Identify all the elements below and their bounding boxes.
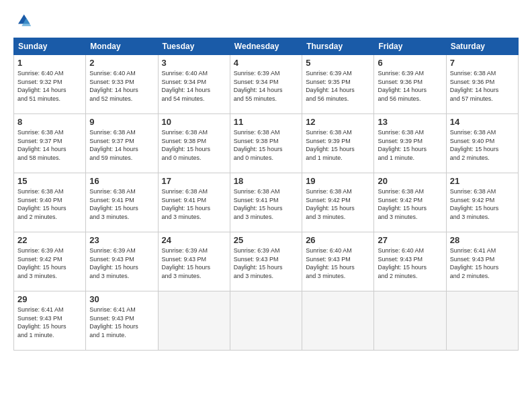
day-number: 30 [89, 294, 154, 304]
calendar-cell: 26Sunrise: 6:40 AMSunset: 9:43 PMDayligh… [302, 232, 374, 291]
day-number: 26 [306, 235, 370, 245]
calendar-cell [374, 291, 446, 351]
calendar-cell: 10Sunrise: 6:38 AMSunset: 9:38 PMDayligh… [158, 114, 230, 173]
day-info: Sunrise: 6:39 AMSunset: 9:36 PMDaylight:… [378, 69, 442, 103]
day-number: 5 [306, 58, 370, 68]
page-header [13, 12, 519, 31]
logo [13, 12, 35, 31]
day-info: Sunrise: 6:38 AMSunset: 9:37 PMDaylight:… [89, 128, 154, 162]
calendar-week-0: 1Sunrise: 6:40 AMSunset: 9:32 PMDaylight… [14, 55, 519, 114]
day-number: 13 [378, 117, 442, 127]
day-number: 23 [89, 235, 154, 245]
day-number: 18 [234, 176, 298, 186]
calendar-header-row: SundayMondayTuesdayWednesdayThursdayFrid… [14, 38, 519, 55]
day-number: 9 [89, 117, 154, 127]
calendar-cell: 14Sunrise: 6:38 AMSunset: 9:40 PMDayligh… [446, 114, 518, 173]
calendar-cell: 15Sunrise: 6:38 AMSunset: 9:40 PMDayligh… [14, 173, 86, 232]
calendar-table: SundayMondayTuesdayWednesdayThursdayFrid… [13, 38, 519, 351]
day-number: 16 [89, 176, 154, 186]
day-info: Sunrise: 6:38 AMSunset: 9:42 PMDaylight:… [306, 187, 370, 221]
calendar-cell: 17Sunrise: 6:38 AMSunset: 9:41 PMDayligh… [158, 173, 230, 232]
day-info: Sunrise: 6:38 AMSunset: 9:40 PMDaylight:… [17, 187, 82, 221]
day-info: Sunrise: 6:38 AMSunset: 9:39 PMDaylight:… [306, 128, 370, 162]
day-info: Sunrise: 6:38 AMSunset: 9:41 PMDaylight:… [89, 187, 154, 221]
calendar-cell: 25Sunrise: 6:39 AMSunset: 9:43 PMDayligh… [230, 232, 302, 291]
day-number: 10 [162, 117, 226, 127]
day-info: Sunrise: 6:39 AMSunset: 9:42 PMDaylight:… [17, 246, 82, 280]
calendar-week-3: 22Sunrise: 6:39 AMSunset: 9:42 PMDayligh… [14, 232, 519, 291]
day-number: 15 [17, 176, 82, 186]
day-info: Sunrise: 6:39 AMSunset: 9:43 PMDaylight:… [234, 246, 298, 280]
calendar-cell: 21Sunrise: 6:38 AMSunset: 9:42 PMDayligh… [446, 173, 518, 232]
day-info: Sunrise: 6:41 AMSunset: 9:43 PMDaylight:… [450, 246, 515, 280]
calendar-cell: 24Sunrise: 6:39 AMSunset: 9:43 PMDayligh… [158, 232, 230, 291]
weekday-header-thursday: Thursday [302, 38, 374, 55]
day-number: 6 [378, 58, 442, 68]
weekday-header-monday: Monday [86, 38, 158, 55]
day-info: Sunrise: 6:40 AMSunset: 9:32 PMDaylight:… [17, 69, 82, 103]
day-number: 27 [378, 235, 442, 245]
day-info: Sunrise: 6:39 AMSunset: 9:43 PMDaylight:… [162, 246, 226, 280]
day-info: Sunrise: 6:40 AMSunset: 9:43 PMDaylight:… [378, 246, 442, 280]
calendar-cell: 9Sunrise: 6:38 AMSunset: 9:37 PMDaylight… [86, 114, 158, 173]
day-number: 11 [234, 117, 298, 127]
calendar-cell: 18Sunrise: 6:38 AMSunset: 9:41 PMDayligh… [230, 173, 302, 232]
day-info: Sunrise: 6:38 AMSunset: 9:42 PMDaylight:… [450, 187, 515, 221]
day-number: 17 [162, 176, 226, 186]
calendar-cell: 3Sunrise: 6:40 AMSunset: 9:34 PMDaylight… [158, 55, 230, 114]
calendar-cell: 29Sunrise: 6:41 AMSunset: 9:43 PMDayligh… [14, 291, 86, 351]
calendar-cell [446, 291, 518, 351]
calendar-cell: 20Sunrise: 6:38 AMSunset: 9:42 PMDayligh… [374, 173, 446, 232]
day-info: Sunrise: 6:38 AMSunset: 9:38 PMDaylight:… [234, 128, 298, 162]
day-number: 8 [17, 117, 82, 127]
calendar-week-2: 15Sunrise: 6:38 AMSunset: 9:40 PMDayligh… [14, 173, 519, 232]
calendar-cell: 7Sunrise: 6:38 AMSunset: 9:36 PMDaylight… [446, 55, 518, 114]
day-number: 2 [89, 58, 154, 68]
calendar-cell [230, 291, 302, 351]
day-number: 22 [17, 235, 82, 245]
day-number: 4 [234, 58, 298, 68]
day-info: Sunrise: 6:38 AMSunset: 9:40 PMDaylight:… [450, 128, 515, 162]
calendar-cell: 23Sunrise: 6:39 AMSunset: 9:43 PMDayligh… [86, 232, 158, 291]
day-number: 25 [234, 235, 298, 245]
day-info: Sunrise: 6:38 AMSunset: 9:39 PMDaylight:… [378, 128, 442, 162]
day-info: Sunrise: 6:38 AMSunset: 9:41 PMDaylight:… [162, 187, 226, 221]
calendar-week-4: 29Sunrise: 6:41 AMSunset: 9:43 PMDayligh… [14, 291, 519, 351]
day-number: 20 [378, 176, 442, 186]
logo-icon [13, 12, 32, 31]
day-info: Sunrise: 6:39 AMSunset: 9:35 PMDaylight:… [306, 69, 370, 103]
calendar-cell: 16Sunrise: 6:38 AMSunset: 9:41 PMDayligh… [86, 173, 158, 232]
weekday-header-saturday: Saturday [446, 38, 518, 55]
day-info: Sunrise: 6:39 AMSunset: 9:34 PMDaylight:… [234, 69, 298, 103]
day-info: Sunrise: 6:40 AMSunset: 9:34 PMDaylight:… [162, 69, 226, 103]
weekday-header-sunday: Sunday [14, 38, 86, 55]
calendar-cell [302, 291, 374, 351]
day-info: Sunrise: 6:38 AMSunset: 9:36 PMDaylight:… [450, 69, 515, 103]
calendar-cell: 2Sunrise: 6:40 AMSunset: 9:33 PMDaylight… [86, 55, 158, 114]
day-number: 1 [17, 58, 82, 68]
day-info: Sunrise: 6:38 AMSunset: 9:38 PMDaylight:… [162, 128, 226, 162]
day-number: 19 [306, 176, 370, 186]
day-number: 3 [162, 58, 226, 68]
day-info: Sunrise: 6:41 AMSunset: 9:43 PMDaylight:… [17, 306, 82, 339]
day-info: Sunrise: 6:38 AMSunset: 9:41 PMDaylight:… [234, 187, 298, 221]
day-number: 12 [306, 117, 370, 127]
calendar-cell: 19Sunrise: 6:38 AMSunset: 9:42 PMDayligh… [302, 173, 374, 232]
day-info: Sunrise: 6:38 AMSunset: 9:37 PMDaylight:… [17, 128, 82, 162]
calendar-cell: 30Sunrise: 6:41 AMSunset: 9:43 PMDayligh… [86, 291, 158, 351]
calendar-cell: 11Sunrise: 6:38 AMSunset: 9:38 PMDayligh… [230, 114, 302, 173]
calendar-cell: 8Sunrise: 6:38 AMSunset: 9:37 PMDaylight… [14, 114, 86, 173]
calendar-cell: 28Sunrise: 6:41 AMSunset: 9:43 PMDayligh… [446, 232, 518, 291]
calendar-cell: 12Sunrise: 6:38 AMSunset: 9:39 PMDayligh… [302, 114, 374, 173]
day-number: 28 [450, 235, 515, 245]
day-info: Sunrise: 6:41 AMSunset: 9:43 PMDaylight:… [89, 306, 154, 339]
calendar-cell: 13Sunrise: 6:38 AMSunset: 9:39 PMDayligh… [374, 114, 446, 173]
weekday-header-friday: Friday [374, 38, 446, 55]
weekday-header-wednesday: Wednesday [230, 38, 302, 55]
calendar-cell [158, 291, 230, 351]
weekday-header-tuesday: Tuesday [158, 38, 230, 55]
day-number: 29 [17, 294, 82, 304]
calendar-cell: 4Sunrise: 6:39 AMSunset: 9:34 PMDaylight… [230, 55, 302, 114]
day-info: Sunrise: 6:40 AMSunset: 9:33 PMDaylight:… [89, 69, 154, 103]
calendar-cell: 22Sunrise: 6:39 AMSunset: 9:42 PMDayligh… [14, 232, 86, 291]
